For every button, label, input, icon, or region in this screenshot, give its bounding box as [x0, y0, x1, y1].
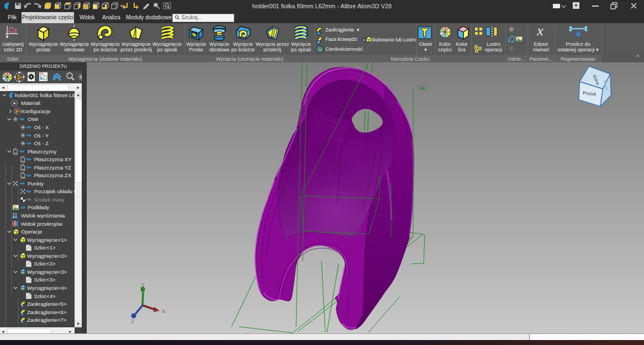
svg-text:X: X	[162, 309, 165, 314]
svg-text:x: x	[536, 23, 543, 39]
svg-text:Y: Y	[141, 282, 145, 288]
svg-text:Z: Z	[131, 319, 134, 324]
